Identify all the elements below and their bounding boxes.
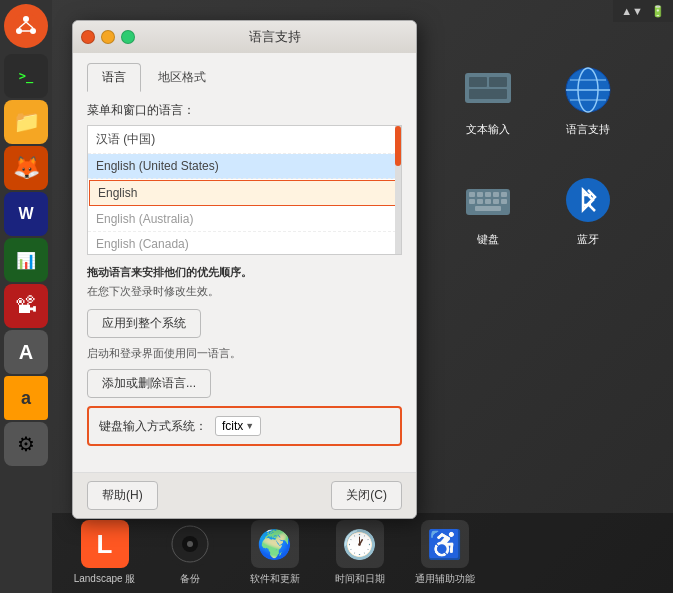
dropdown-arrow-icon: ▼: [245, 421, 254, 431]
window-maximize-btn[interactable]: [121, 30, 135, 44]
input-method-box: 键盘输入方式系统： fcitx ▼: [87, 406, 402, 446]
input-method-label: 键盘输入方式系统：: [99, 418, 207, 435]
input-method-select[interactable]: fcitx ▼: [215, 416, 261, 436]
hint-sub: 在您下次登录时修改生效。: [87, 284, 402, 299]
dialog-overlay: 语言支持 语言 地区格式 菜单和窗口的语言： 汉语 (中国) English (…: [52, 0, 673, 593]
desktop: ▲▼ 🔋 >_ 📁 🦊 W 📊: [0, 0, 673, 593]
close-button[interactable]: 关闭(C): [331, 481, 402, 510]
svg-point-1: [23, 16, 29, 22]
dialog-footer: 帮助(H) 关闭(C): [73, 472, 416, 518]
lang-item-zh-cn[interactable]: 汉语 (中国): [88, 126, 401, 154]
taskbar-files-icon[interactable]: 📁: [4, 100, 48, 144]
input-method-value: fcitx: [222, 419, 243, 433]
lang-item-en[interactable]: English: [89, 180, 400, 206]
hint-bold: 拖动语言来安排他们的优先顺序。: [87, 265, 402, 280]
taskbar-impress-icon[interactable]: 📽: [4, 284, 48, 328]
taskbar-settings-icon[interactable]: ⚙: [4, 422, 48, 466]
taskbar-amazon-icon[interactable]: a: [4, 376, 48, 420]
tab-language[interactable]: 语言: [87, 63, 141, 92]
taskbar-calc-icon[interactable]: 📊: [4, 238, 48, 282]
taskbar-ubuntu-icon[interactable]: [4, 4, 48, 48]
apply-system-row: 应用到整个系统: [87, 309, 402, 338]
help-button[interactable]: 帮助(H): [87, 481, 158, 510]
tab-region[interactable]: 地区格式: [143, 63, 221, 92]
window-close-btn[interactable]: [81, 30, 95, 44]
taskbar: >_ 📁 🦊 W 📊 📽 A a ⚙: [0, 0, 52, 593]
add-remove-row: 添加或删除语言...: [87, 369, 402, 398]
taskbar-writer-icon[interactable]: W: [4, 192, 48, 236]
lang-item-en-au[interactable]: English (Australia): [88, 207, 401, 232]
dialog-title: 语言支持: [141, 28, 408, 46]
taskbar-font-icon[interactable]: A: [4, 330, 48, 374]
tab-bar: 语言 地区格式: [87, 63, 402, 92]
lang-item-en-ca[interactable]: English (Canada): [88, 232, 401, 255]
taskbar-firefox-icon[interactable]: 🦊: [4, 146, 48, 190]
scroll-indicator: [395, 126, 401, 254]
taskbar-terminal-icon[interactable]: >_: [4, 54, 48, 98]
dialog-content: 语言 地区格式 菜单和窗口的语言： 汉语 (中国) English (Unite…: [73, 53, 416, 472]
dialog-titlebar: 语言支持: [73, 21, 416, 53]
language-list[interactable]: 汉语 (中国) English (United States) English …: [87, 125, 402, 255]
lang-item-en-us[interactable]: English (United States): [88, 154, 401, 179]
language-list-label: 菜单和窗口的语言：: [87, 102, 402, 119]
add-remove-button[interactable]: 添加或删除语言...: [87, 369, 211, 398]
scroll-thumb: [395, 126, 401, 166]
language-support-dialog: 语言支持 语言 地区格式 菜单和窗口的语言： 汉语 (中国) English (…: [72, 20, 417, 519]
apply-system-button[interactable]: 应用到整个系统: [87, 309, 201, 338]
apply-hint: 启动和登录界面使用同一语言。: [87, 346, 402, 361]
window-minimize-btn[interactable]: [101, 30, 115, 44]
